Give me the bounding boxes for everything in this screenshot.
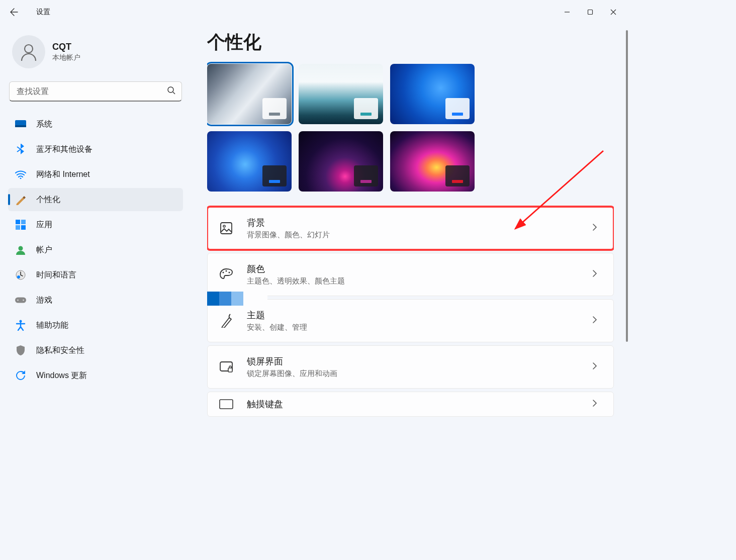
svg-point-19 xyxy=(223,272,224,273)
nav-label: 个性化 xyxy=(36,195,60,205)
close-button[interactable] xyxy=(602,4,625,20)
svg-point-5 xyxy=(20,178,22,179)
titlebar: 设置 xyxy=(0,0,629,24)
scrollbar[interactable] xyxy=(625,30,628,472)
svg-rect-17 xyxy=(221,223,232,234)
nav-label: 辅助功能 xyxy=(36,320,68,331)
chevron-right-icon xyxy=(592,269,602,279)
svg-rect-0 xyxy=(588,10,593,15)
svg-rect-24 xyxy=(220,400,233,409)
nav-item-privacy[interactable]: 隐私和安全性 xyxy=(8,339,183,362)
theme-mini-preview xyxy=(262,98,287,119)
close-icon xyxy=(610,9,616,15)
chevron-right-icon xyxy=(592,362,602,372)
system-icon xyxy=(15,119,26,130)
touchkbd-icon xyxy=(219,397,234,412)
svg-rect-9 xyxy=(21,225,26,230)
item-subtitle: 背景图像、颜色、幻灯片 xyxy=(247,230,579,240)
item-text: 颜色主题色、透明效果、颜色主题 xyxy=(247,263,579,286)
theme-mini-preview xyxy=(262,165,287,186)
theme-preview-5[interactable] xyxy=(390,131,475,192)
theme-preview-4[interactable] xyxy=(299,131,383,192)
item-title: 主题 xyxy=(247,309,579,321)
colors-icon xyxy=(219,267,234,282)
nav-label: 隐私和安全性 xyxy=(36,345,84,356)
artifact-block xyxy=(207,292,267,306)
nav-item-system[interactable]: 系统 xyxy=(8,113,183,136)
page-title: 个性化 xyxy=(207,30,614,55)
svg-rect-13 xyxy=(15,298,26,303)
update-icon xyxy=(15,370,26,381)
back-button[interactable] xyxy=(4,2,24,22)
item-subtitle: 安装、创建、管理 xyxy=(247,323,579,332)
gaming-icon xyxy=(15,295,26,306)
nav-item-time[interactable]: 时间和语言 xyxy=(8,263,183,287)
background-icon xyxy=(219,221,234,236)
settings-list: 背景背景图像、颜色、幻灯片颜色主题色、透明效果、颜色主题主题安装、创建、管理锁屏… xyxy=(207,207,614,417)
nav-item-accessibility[interactable]: 辅助功能 xyxy=(8,314,183,337)
nav-label: Windows 更新 xyxy=(36,370,87,381)
person-icon xyxy=(19,42,39,62)
nav-item-gaming[interactable]: 游戏 xyxy=(8,289,183,312)
nav-list: 系统蓝牙和其他设备网络和 Internet个性化应用帐户时间和语言游戏辅助功能隐… xyxy=(8,113,183,387)
theme-mini-preview xyxy=(354,165,378,186)
item-subtitle: 锁定屏幕图像、应用和动画 xyxy=(247,369,579,379)
nav-label: 帐户 xyxy=(36,245,52,255)
item-title: 颜色 xyxy=(247,263,579,275)
settings-item-lockscreen[interactable]: 锁屏界面锁定屏幕图像、应用和动画 xyxy=(207,345,614,389)
nav-item-personalize[interactable]: 个性化 xyxy=(8,188,183,211)
theme-preview-3[interactable] xyxy=(207,131,292,192)
search-input[interactable] xyxy=(9,81,182,102)
accessibility-icon xyxy=(15,320,26,331)
apps-icon xyxy=(15,219,26,230)
sidebar: CQT 本地帐户 系统蓝牙和其他设备网络和 Internet个性化应用帐户时间和… xyxy=(0,30,191,387)
svg-point-12 xyxy=(17,275,20,278)
maximize-icon xyxy=(587,9,593,15)
settings-item-background[interactable]: 背景背景图像、颜色、幻灯片 xyxy=(207,207,614,250)
svg-rect-7 xyxy=(21,220,26,224)
network-icon xyxy=(15,169,26,180)
nav-label: 蓝牙和其他设备 xyxy=(36,144,93,155)
settings-item-colors[interactable]: 颜色主题色、透明效果、颜色主题 xyxy=(207,253,614,296)
svg-point-18 xyxy=(223,225,225,227)
nav-item-accounts[interactable]: 帐户 xyxy=(8,238,183,261)
window-title: 设置 xyxy=(36,8,50,17)
search-box xyxy=(9,81,182,102)
nav-label: 系统 xyxy=(36,119,52,130)
theme-preview-1[interactable] xyxy=(299,64,383,124)
nav-item-bluetooth[interactable]: 蓝牙和其他设备 xyxy=(8,138,183,161)
scrollbar-thumb[interactable] xyxy=(626,30,628,342)
bluetooth-icon xyxy=(15,144,26,155)
svg-point-20 xyxy=(226,270,227,272)
settings-item-touchkbd[interactable]: 触摸键盘 xyxy=(207,392,614,417)
profile-name: CQT xyxy=(52,42,80,52)
theme-preview-0[interactable] xyxy=(207,64,292,124)
nav-label: 游戏 xyxy=(36,295,52,306)
nav-item-apps[interactable]: 应用 xyxy=(8,213,183,236)
item-title: 触摸键盘 xyxy=(247,398,579,410)
svg-point-1 xyxy=(25,45,33,53)
avatar xyxy=(12,35,45,68)
chevron-right-icon xyxy=(592,316,602,326)
svg-point-10 xyxy=(19,246,23,251)
profile-block[interactable]: CQT 本地帐户 xyxy=(8,30,183,78)
svg-rect-4 xyxy=(15,125,26,127)
nav-item-network[interactable]: 网络和 Internet xyxy=(8,163,183,186)
svg-point-14 xyxy=(17,300,19,301)
themes-icon xyxy=(219,313,234,328)
theme-mini-preview xyxy=(354,98,378,119)
theme-preview-2[interactable] xyxy=(390,64,475,124)
time-icon xyxy=(15,269,26,281)
window-controls xyxy=(556,4,625,20)
privacy-icon xyxy=(15,345,26,356)
lockscreen-icon xyxy=(219,359,234,375)
maximize-button[interactable] xyxy=(579,4,602,20)
theme-mini-preview xyxy=(445,165,470,186)
chevron-right-icon xyxy=(592,399,602,409)
settings-item-themes[interactable]: 主题安装、创建、管理 xyxy=(207,299,614,342)
nav-label: 时间和语言 xyxy=(36,270,76,281)
theme-grid xyxy=(207,64,489,192)
minimize-button[interactable] xyxy=(556,4,579,20)
main-content: 个性化 背景背景图像、颜色、幻灯片颜色主题色、透明效果、颜色主题主题安装、创建、… xyxy=(207,30,614,477)
nav-item-update[interactable]: Windows 更新 xyxy=(8,364,183,387)
